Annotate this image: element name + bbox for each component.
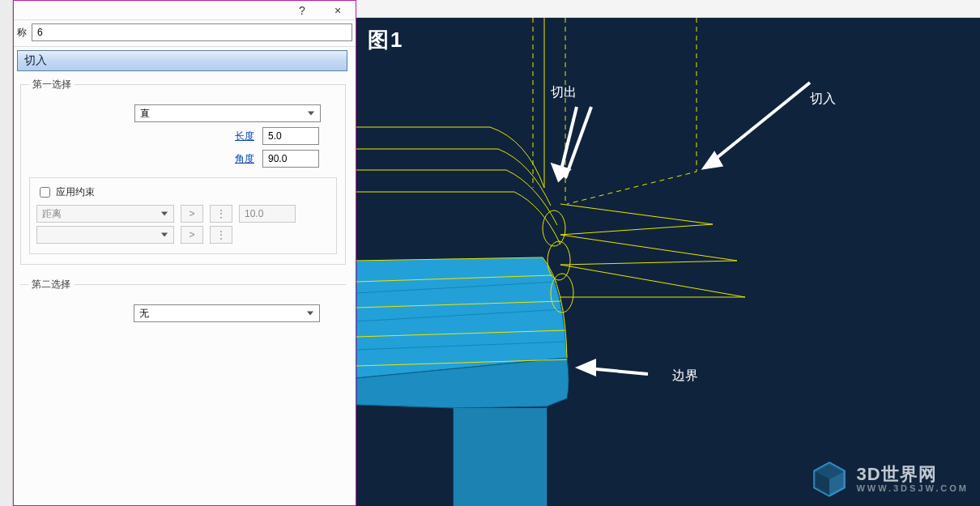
second-choice-type-row xyxy=(28,304,338,322)
angle-input[interactable] xyxy=(262,150,319,168)
name-row: 称 xyxy=(14,20,356,46)
scene-svg xyxy=(356,18,980,506)
dialog-titlebar: ? × xyxy=(14,1,356,20)
apply-constraint-checkbox[interactable] xyxy=(40,187,50,198)
apply-constraint-check[interactable]: 应用约束 xyxy=(36,185,330,200)
viewport-3d[interactable]: 图1 xyxy=(356,18,980,506)
constraint-value-input xyxy=(239,205,296,223)
length-input[interactable] xyxy=(262,127,319,145)
watermark-line2: WWW.3DSJW.COM xyxy=(856,483,969,493)
second-choice-type-select[interactable] xyxy=(134,304,320,322)
left-sidebar-strip xyxy=(0,0,13,506)
length-label-link[interactable]: 长度 xyxy=(175,130,256,143)
constraint-menu-button-1: ⋮ xyxy=(210,205,232,223)
group-second-choice: 第二选择 xyxy=(20,278,346,337)
constraint-menu-button-2: ⋮ xyxy=(210,226,232,244)
watermark: 3D世界网 WWW.3DSJW.COM xyxy=(811,461,969,498)
angle-row: 角度 xyxy=(29,150,337,168)
section-title-lead-in[interactable]: 切入 xyxy=(17,50,347,71)
first-choice-type-select[interactable] xyxy=(134,104,321,122)
lead-in-dialog: ? × 称 切入 第一选择 长度 角度 xyxy=(13,0,356,506)
apply-constraint-label: 应用约束 xyxy=(56,185,95,199)
close-button[interactable]: × xyxy=(320,1,356,19)
svg-rect-0 xyxy=(454,408,547,506)
constraint-subbox: 应用约束 > ⋮ > ⋮ xyxy=(29,177,337,254)
constraint-next-button-2: > xyxy=(181,226,203,244)
annotation-cutout: 切出 xyxy=(551,84,577,101)
constraint-next-button-1: > xyxy=(181,205,203,223)
name-input[interactable] xyxy=(32,23,352,41)
group-first-choice: 第一选择 长度 角度 应用约束 xyxy=(20,78,346,265)
constraint-type-select-2 xyxy=(36,226,174,244)
part-shape xyxy=(356,257,569,506)
svg-line-7 xyxy=(705,83,810,168)
constraint-line-2: > ⋮ xyxy=(36,226,330,244)
length-row: 长度 xyxy=(29,127,337,145)
annotation-edge: 边界 xyxy=(672,368,698,385)
watermark-line1: 3D世界网 xyxy=(856,466,969,483)
help-button[interactable]: ? xyxy=(284,1,320,19)
angle-label-link[interactable]: 角度 xyxy=(175,152,256,166)
constraint-line-1: > ⋮ xyxy=(36,205,330,223)
annotation-cutin: 切入 xyxy=(810,91,836,108)
group-first-choice-legend: 第一选择 xyxy=(29,78,75,91)
svg-marker-10 xyxy=(579,361,594,374)
annotation-arrows xyxy=(553,83,810,374)
viewport-topbar xyxy=(356,0,980,18)
viewport-panel: 图1 xyxy=(356,0,980,506)
group-second-choice-legend: 第二选择 xyxy=(28,278,74,291)
constraint-type-select xyxy=(36,205,174,223)
watermark-icon xyxy=(811,461,848,498)
name-label: 称 xyxy=(14,26,27,40)
svg-point-1 xyxy=(543,210,565,246)
dialog-body: 切入 第一选择 长度 角度 应用约束 xyxy=(14,46,356,505)
first-choice-type-row xyxy=(29,104,337,122)
